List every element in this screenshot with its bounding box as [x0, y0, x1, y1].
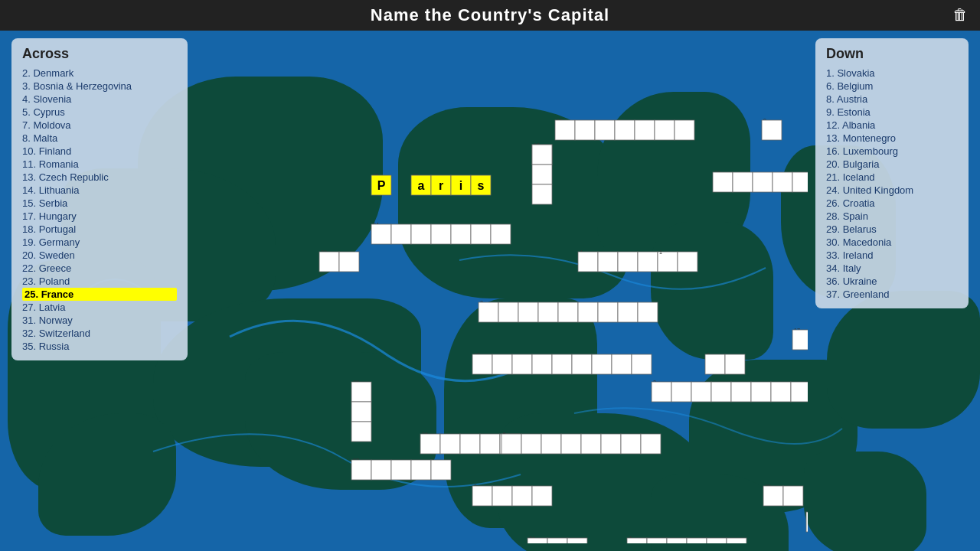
- svg-rect-118: [581, 434, 601, 454]
- svg-rect-120: [621, 434, 641, 454]
- svg-rect-134: [371, 460, 391, 480]
- across-clue-item[interactable]: 18. Portugal: [22, 223, 177, 236]
- trash-icon[interactable]: 🗑: [952, 6, 968, 24]
- svg-rect-160: [547, 538, 567, 543]
- svg-rect-32: [773, 172, 792, 192]
- svg-rect-181: [532, 165, 552, 184]
- svg-rect-141: [512, 486, 532, 506]
- svg-rect-99: [691, 382, 711, 402]
- down-clue-item[interactable]: 24. United Kingdom: [826, 184, 958, 197]
- svg-rect-177: [351, 382, 371, 402]
- svg-rect-42: [411, 224, 431, 244]
- across-clue-item[interactable]: 19. Germany: [22, 236, 177, 249]
- svg-rect-53: [578, 252, 598, 272]
- top-bar: Name the Country's Capital 🗑: [0, 0, 980, 31]
- down-clue-item[interactable]: 9. Estonia: [826, 106, 958, 119]
- across-clue-item[interactable]: 7. Moldova: [22, 119, 177, 132]
- across-clue-item[interactable]: 27. Latvia: [22, 301, 177, 314]
- svg-text:1: 1: [659, 249, 662, 255]
- down-panel: Down 1. Slovakia6. Belgium8. Austria9. E…: [815, 38, 969, 308]
- svg-rect-159: [528, 538, 547, 543]
- svg-rect-6: [655, 120, 675, 140]
- svg-rect-94: [705, 354, 725, 374]
- svg-rect-73: [792, 330, 808, 350]
- across-clue-item[interactable]: 22. Greece: [22, 262, 177, 275]
- down-clue-item[interactable]: 13. Montenegro: [826, 132, 958, 145]
- svg-rect-50: [319, 252, 339, 272]
- svg-rect-140: [492, 486, 512, 506]
- svg-rect-102: [751, 382, 771, 402]
- svg-rect-95: [725, 354, 745, 374]
- down-clue-item[interactable]: 34. Italy: [826, 262, 958, 275]
- across-clue-item[interactable]: 15. Serbia: [22, 197, 177, 210]
- svg-rect-2: [575, 120, 595, 140]
- across-clue-item[interactable]: 25. France: [22, 288, 177, 301]
- svg-rect-136: [411, 460, 431, 480]
- svg-rect-62: [498, 302, 518, 322]
- across-clue-item[interactable]: 17. Hungary: [22, 210, 177, 223]
- down-clue-item[interactable]: 26. Croatia: [826, 197, 958, 210]
- down-clue-item[interactable]: 20. Bulgaria: [826, 158, 958, 171]
- svg-rect-1: [555, 120, 575, 140]
- svg-rect-45: [471, 224, 491, 244]
- svg-rect-88: [552, 354, 572, 374]
- svg-rect-135: [391, 460, 411, 480]
- svg-rect-178: [351, 402, 371, 422]
- across-clue-item[interactable]: 31. Norway: [22, 314, 177, 327]
- across-clue-item[interactable]: 23. Poland: [22, 275, 177, 288]
- across-clue-item[interactable]: 14. Lithuania: [22, 184, 177, 197]
- svg-rect-115: [521, 434, 541, 454]
- svg-rect-121: [641, 434, 661, 454]
- across-clue-item[interactable]: 35. Russia: [22, 340, 177, 353]
- svg-rect-103: [771, 382, 791, 402]
- svg-rect-179: [351, 422, 371, 442]
- svg-rect-3: [595, 120, 615, 140]
- svg-rect-92: [632, 354, 652, 374]
- svg-rect-4: [615, 120, 635, 140]
- across-clue-item[interactable]: 8. Malta: [22, 132, 177, 145]
- svg-rect-85: [492, 354, 512, 374]
- svg-rect-164: [647, 538, 667, 543]
- across-clue-item[interactable]: 2. Denmark: [22, 67, 177, 80]
- down-clue-item[interactable]: 8. Austria: [826, 93, 958, 106]
- across-clue-item[interactable]: 4. Slovenia: [22, 93, 177, 106]
- down-clue-item[interactable]: 36. Ukraine: [826, 275, 958, 288]
- svg-rect-133: [351, 460, 371, 480]
- svg-rect-33: [792, 172, 808, 192]
- svg-rect-142: [532, 486, 552, 506]
- down-clue-item[interactable]: 33. Ireland: [826, 249, 958, 262]
- down-clue-item[interactable]: 28. Spain: [826, 210, 958, 223]
- svg-rect-161: [567, 538, 587, 543]
- down-clue-item[interactable]: 1. Slovakia: [826, 67, 958, 80]
- down-clue-item[interactable]: 29. Belarus: [826, 223, 958, 236]
- svg-rect-30: [733, 172, 753, 192]
- across-clue-item[interactable]: 3. Bosnia & Herzegovina: [22, 80, 177, 93]
- svg-rect-86: [512, 354, 532, 374]
- down-clue-item[interactable]: 16. Luxembourg: [826, 145, 958, 158]
- across-clue-item[interactable]: 5. Cyprus: [22, 106, 177, 119]
- svg-rect-51: [339, 252, 359, 272]
- down-clue-item[interactable]: 37. Greenland: [826, 288, 958, 301]
- svg-rect-111: [480, 434, 500, 454]
- svg-rect-110: [460, 434, 480, 454]
- svg-rect-29: [713, 172, 733, 192]
- down-clue-item[interactable]: 12. Albania: [826, 119, 958, 132]
- svg-rect-100: [711, 382, 731, 402]
- svg-rect-67: [598, 302, 618, 322]
- svg-rect-40: [371, 224, 391, 244]
- svg-rect-163: [627, 538, 647, 543]
- down-clue-item[interactable]: 30. Macedonia: [826, 236, 958, 249]
- svg-rect-90: [592, 354, 612, 374]
- across-clue-item[interactable]: 32. Switzerland: [22, 327, 177, 340]
- svg-rect-84: [472, 354, 492, 374]
- down-clue-item[interactable]: 21. Iceland: [826, 171, 958, 184]
- across-clue-item[interactable]: 13. Czech Republic: [22, 171, 177, 184]
- across-clue-item[interactable]: 11. Romania: [22, 158, 177, 171]
- across-clue-item[interactable]: 20. Sweden: [22, 249, 177, 262]
- svg-rect-139: [472, 486, 492, 506]
- svg-rect-66: [578, 302, 598, 322]
- svg-rect-56: [638, 252, 658, 272]
- across-clue-item[interactable]: 10. Finland: [22, 145, 177, 158]
- svg-rect-89: [572, 354, 592, 374]
- down-clue-item[interactable]: 6. Belgium: [826, 80, 958, 93]
